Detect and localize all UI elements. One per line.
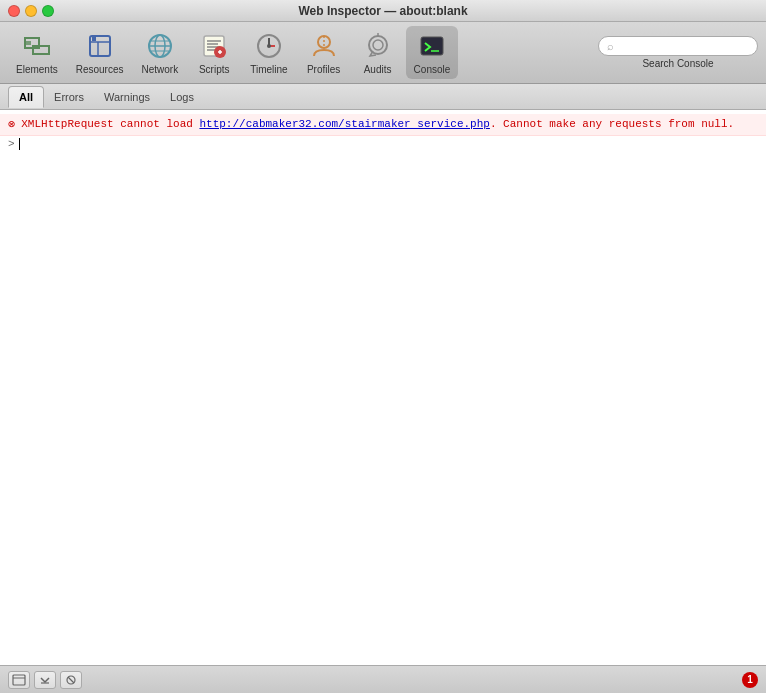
toolbar-item-audits[interactable]: Audits: [352, 26, 404, 79]
console-label: Console: [414, 64, 451, 75]
svg-rect-30: [421, 37, 443, 55]
error-icon: ⊗: [8, 117, 15, 133]
clear-button[interactable]: [60, 671, 82, 689]
search-box[interactable]: ⌕: [598, 36, 758, 56]
titlebar: Web Inspector — about:blank: [0, 0, 766, 22]
maximize-button[interactable]: [42, 5, 54, 17]
toolbar-item-console[interactable]: Console: [406, 26, 459, 79]
profiles-icon: [308, 30, 340, 62]
console-input-line[interactable]: >: [0, 136, 766, 152]
console-cursor: [19, 138, 20, 150]
scripts-icon: [198, 30, 230, 62]
error-text: XMLHttpRequest cannot load http://cabmak…: [21, 116, 734, 132]
elements-label: Elements: [16, 64, 58, 75]
profiles-label: Profiles: [307, 64, 340, 75]
search-input[interactable]: [618, 40, 749, 52]
toolbar: Elements Resources Network: [0, 22, 766, 84]
svg-point-24: [267, 44, 271, 48]
svg-point-28: [373, 40, 383, 50]
minimize-button[interactable]: [25, 5, 37, 17]
error-count-badge: 1: [742, 672, 758, 688]
console-error-line: ⊗ XMLHttpRequest cannot load http://cabm…: [0, 114, 766, 136]
scripts-label: Scripts: [199, 64, 230, 75]
console-area[interactable]: ⊗ XMLHttpRequest cannot load http://cabm…: [0, 110, 766, 665]
audits-icon: [362, 30, 394, 62]
toolbar-item-network[interactable]: Network: [134, 26, 187, 79]
traffic-lights: [8, 5, 54, 17]
elements-icon: [21, 30, 53, 62]
toolbar-item-elements[interactable]: Elements: [8, 26, 66, 79]
error-count-circle: 1: [742, 672, 758, 688]
clear-console-button[interactable]: [8, 671, 30, 689]
tabs-bar: All Errors Warnings Logs: [0, 84, 766, 110]
svg-rect-7: [92, 37, 96, 41]
search-area: ⌕ Search Console: [598, 36, 758, 69]
resources-icon: [84, 30, 116, 62]
toolbar-item-scripts[interactable]: Scripts: [188, 26, 240, 79]
window-title: Web Inspector — about:blank: [298, 4, 467, 18]
close-button[interactable]: [8, 5, 20, 17]
timeline-label: Timeline: [250, 64, 287, 75]
tab-warnings[interactable]: Warnings: [94, 87, 160, 107]
resources-label: Resources: [76, 64, 124, 75]
svg-rect-32: [13, 675, 25, 685]
show-console-button[interactable]: [34, 671, 56, 689]
network-label: Network: [142, 64, 179, 75]
svg-line-36: [68, 677, 74, 683]
timeline-icon: [253, 30, 285, 62]
search-icon: ⌕: [607, 40, 614, 52]
console-icon: [416, 30, 448, 62]
search-label: Search Console: [642, 58, 713, 69]
tab-errors[interactable]: Errors: [44, 87, 94, 107]
audits-label: Audits: [364, 64, 392, 75]
tab-all[interactable]: All: [8, 86, 44, 108]
network-icon: [144, 30, 176, 62]
error-link[interactable]: http://cabmaker32.com/stairmaker service…: [199, 118, 489, 130]
toolbar-item-resources[interactable]: Resources: [68, 26, 132, 79]
bottom-bar: 1: [0, 665, 766, 693]
svg-point-27: [369, 36, 387, 54]
toolbar-item-timeline[interactable]: Timeline: [242, 26, 295, 79]
toolbar-item-profiles[interactable]: Profiles: [298, 26, 350, 79]
tab-logs[interactable]: Logs: [160, 87, 204, 107]
console-prompt: >: [8, 138, 15, 150]
